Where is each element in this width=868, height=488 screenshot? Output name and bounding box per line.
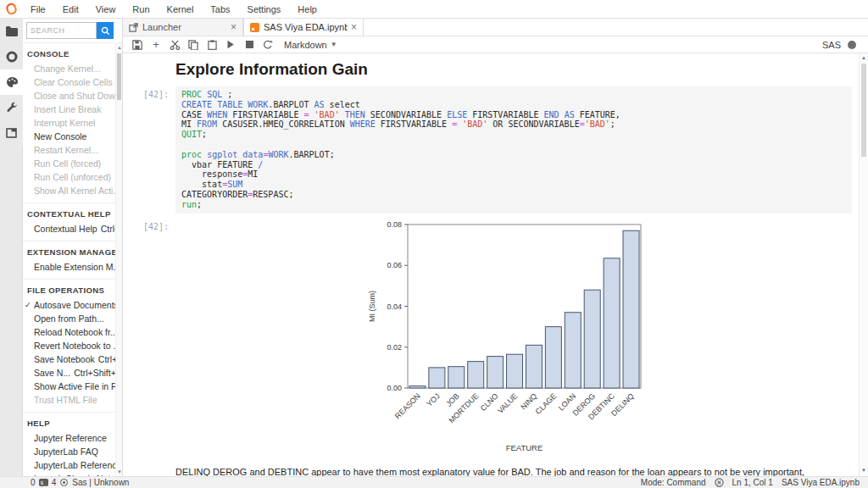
command-mode-indicator[interactable]: Mode: Command bbox=[641, 478, 706, 487]
command-item[interactable]: Show Active File in F... bbox=[23, 380, 115, 393]
command-item[interactable]: Open from Path... bbox=[23, 312, 115, 325]
menu-file[interactable]: File bbox=[22, 4, 54, 14]
search-icon bbox=[101, 26, 110, 36]
kernel-count[interactable]: 4 bbox=[52, 478, 57, 487]
command-list: CONSOLEChange Kernel...Clear Console Cel… bbox=[23, 43, 122, 476]
command-item: Show All Kernel Acti... bbox=[23, 184, 115, 197]
command-item: Trust HTML File bbox=[23, 393, 115, 407]
open-tabs-icon[interactable] bbox=[0, 120, 23, 146]
scroll-up-icon[interactable]: ▲ bbox=[116, 43, 123, 52]
command-item: Clear Console Cells bbox=[23, 75, 115, 89]
command-item: Run Cell (unforced) bbox=[23, 170, 115, 184]
tab-close-icon[interactable]: × bbox=[227, 21, 236, 33]
svg-text:0.04: 0.04 bbox=[387, 302, 402, 310]
markdown-heading[interactable]: Explore Information Gain bbox=[175, 60, 859, 79]
scrollbar-thumb[interactable] bbox=[861, 64, 866, 157]
command-item: Run Cell (forced) bbox=[23, 157, 115, 170]
command-item[interactable]: Contextual HelpCtrl+I bbox=[23, 222, 115, 236]
tab-close-icon[interactable]: × bbox=[348, 21, 357, 33]
running-sessions-icon[interactable] bbox=[0, 44, 23, 69]
svg-text:0.02: 0.02 bbox=[387, 342, 402, 351]
menu-tabs[interactable]: Tabs bbox=[202, 4, 238, 14]
svg-text:CLAGE: CLAGE bbox=[534, 391, 559, 416]
section-header: EXTENSION MANAGER bbox=[23, 241, 115, 260]
tab-sas-viya-eda-ipynb[interactable]: SAS Viya EDA.ipynb× bbox=[243, 19, 364, 36]
menu-bar-items: FileEditViewRunKernelTabsSettingsHelp bbox=[22, 4, 326, 14]
kernel-status-text[interactable]: Sas | Unknown bbox=[72, 478, 129, 487]
shortcut-label: Ctrl+I bbox=[97, 222, 115, 236]
kernel-name[interactable]: SAS bbox=[822, 40, 841, 50]
run-cell-button[interactable] bbox=[221, 37, 240, 53]
terminal-icon: $_ bbox=[39, 479, 48, 486]
svg-text:REASON: REASON bbox=[393, 391, 422, 420]
tab-bar: Launcher×SAS Viya EDA.ipynb× bbox=[123, 19, 868, 36]
not-trusted-icon bbox=[715, 478, 724, 487]
search-button[interactable] bbox=[97, 22, 114, 39]
scroll-down-icon[interactable]: ▼ bbox=[116, 468, 123, 476]
code-editor[interactable]: PROC SQL ;CREATE TABLE WORK.BARPLOT AS s… bbox=[175, 86, 852, 214]
command-palette-icon[interactable] bbox=[0, 69, 23, 95]
search-input[interactable] bbox=[26, 22, 97, 39]
cursor-position[interactable]: Ln 1, Col 1 bbox=[732, 478, 773, 487]
output-cell: [42]: 0.000.020.040.060.08REASONYOJJOBMO… bbox=[123, 219, 859, 459]
cut-cells-button[interactable] bbox=[165, 37, 184, 53]
stop-kernel-button[interactable] bbox=[240, 37, 259, 53]
check-icon: ✓ bbox=[25, 298, 31, 312]
copy-cells-button[interactable] bbox=[184, 37, 203, 53]
command-item[interactable]: JupyterLab FAQ bbox=[23, 445, 115, 458]
active-filename[interactable]: SAS Viya EDA.ipynb bbox=[782, 478, 860, 487]
kernel-status-icon bbox=[848, 41, 856, 49]
scroll-up-icon[interactable]: ▲ bbox=[860, 53, 868, 62]
menu-view[interactable]: View bbox=[87, 4, 125, 14]
svg-text:VALUE: VALUE bbox=[496, 391, 519, 414]
add-cell-button[interactable]: + bbox=[147, 37, 165, 53]
command-item[interactable]: Launch Classic Note... bbox=[23, 472, 115, 476]
command-item[interactable]: Revert Notebook to ... bbox=[23, 339, 115, 352]
menu-settings[interactable]: Settings bbox=[239, 4, 290, 14]
command-item: Interrupt Kernel bbox=[23, 116, 115, 130]
command-item[interactable]: Enable Extension M... bbox=[23, 260, 115, 274]
markdown-note[interactable]: DELINQ DEROG and DEBTINC appear to have … bbox=[175, 466, 825, 476]
activity-rail bbox=[0, 19, 23, 476]
menu-kernel[interactable]: Kernel bbox=[159, 4, 203, 14]
command-item[interactable]: Save NotebookCtrl+S bbox=[23, 352, 115, 366]
command-item: Insert Line Break bbox=[23, 103, 115, 116]
menu-bar: FileEditViewRunKernelTabsSettingsHelp bbox=[0, 0, 868, 19]
property-inspector-icon[interactable] bbox=[0, 95, 23, 120]
command-item[interactable]: Jupyter Reference bbox=[23, 431, 115, 445]
svg-text:YOJ: YOJ bbox=[425, 391, 441, 408]
command-search bbox=[23, 19, 122, 43]
sidebar-scrollbar[interactable]: ▲ ▼ bbox=[115, 43, 122, 476]
cell-type-value: Markdown bbox=[284, 40, 327, 50]
svg-text:FEATURE: FEATURE bbox=[506, 443, 543, 452]
sas-logo-icon bbox=[0, 3, 22, 15]
tab-launcher[interactable]: Launcher× bbox=[123, 19, 243, 36]
scroll-down-icon[interactable]: ▼ bbox=[860, 466, 868, 474]
menu-run[interactable]: Run bbox=[124, 4, 158, 14]
terminal-count[interactable]: 0 bbox=[31, 478, 36, 487]
chevron-down-icon: ▼ bbox=[331, 41, 337, 48]
file-browser-icon[interactable] bbox=[0, 19, 23, 44]
scrollbar-thumb[interactable] bbox=[117, 53, 121, 100]
command-item: Close and Shut Dow... bbox=[23, 89, 115, 103]
section-header: CONSOLE bbox=[23, 43, 115, 62]
command-item[interactable]: Reload Notebook fr... bbox=[23, 325, 115, 339]
notebook-scrollbar[interactable]: ▲ ▼ bbox=[859, 53, 868, 476]
menu-help[interactable]: Help bbox=[289, 4, 326, 14]
code-cell[interactable]: [42]: PROC SQL ;CREATE TABLE WORK.BARPLO… bbox=[123, 86, 859, 214]
tab-label: SAS Viya EDA.ipynb bbox=[259, 22, 348, 32]
command-item[interactable]: Save N...Ctrl+Shift+S bbox=[23, 366, 115, 380]
svg-text:0.08: 0.08 bbox=[387, 220, 402, 229]
command-item[interactable]: ✓Autosave Documents bbox=[23, 298, 115, 312]
command-item: Change Kernel... bbox=[23, 62, 115, 75]
save-button[interactable] bbox=[128, 37, 147, 53]
svg-text:MI (Sum): MI (Sum) bbox=[368, 291, 376, 322]
menu-edit[interactable]: Edit bbox=[54, 4, 87, 14]
command-item[interactable]: JupyterLab Reference bbox=[23, 458, 115, 472]
output-prompt: [42]: bbox=[123, 219, 175, 459]
cell-type-dropdown[interactable]: Markdown ▼ bbox=[284, 40, 337, 50]
restart-kernel-button[interactable] bbox=[259, 37, 277, 53]
paste-cells-button[interactable] bbox=[203, 37, 221, 53]
command-item[interactable]: New Console bbox=[23, 130, 115, 143]
section-header: CONTEXTUAL HELP bbox=[23, 203, 115, 222]
